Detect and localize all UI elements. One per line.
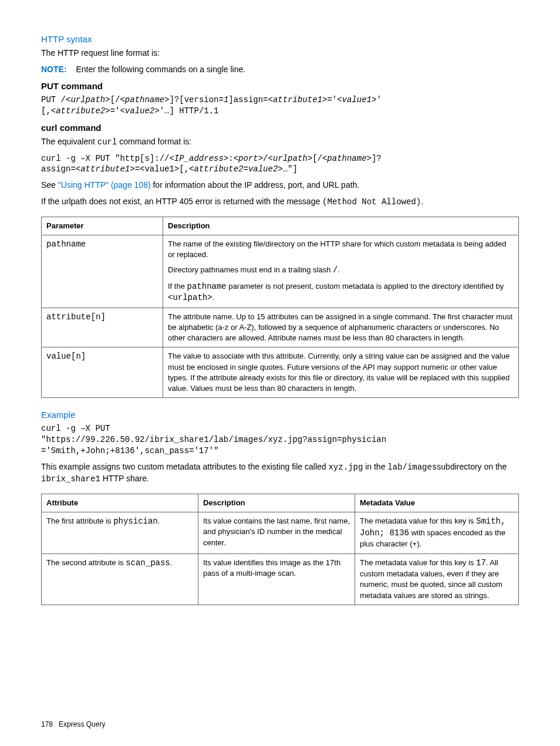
cell-param: attribute[n] [42,308,163,347]
example-description: This example assigns two custom metadata… [41,461,519,485]
th-metadata-value: Metadata Value [355,494,519,512]
table-row: The second attribute is scan_pass. Its v… [42,553,519,605]
put-command-heading: PUT command [41,80,519,92]
cell-attr: The first attribute is physician. [42,512,198,553]
table-header-row: Attribute Description Metadata Value [42,494,519,512]
see-using-http: See "Using HTTP" (page 108) for informat… [41,180,519,191]
cell-desc: The attribute name. Up to 15 attributes … [163,308,519,347]
table-row: pathname The name of the existing file/d… [42,235,519,308]
urlpath-error-text: If the urlpath does not exist, an HTTP 4… [41,196,519,208]
cell-desc: The value to associate with this attribu… [163,347,519,398]
table-row: The first attribute is physician. Its va… [42,512,519,553]
note-text: Enter the following commands on a single… [76,65,245,74]
cell-desc: The name of the existing file/directory … [163,235,519,308]
example-heading: Example [41,409,519,421]
curl-command-heading: curl command [41,121,519,134]
curl-intro: The equivalent curl command format is: [41,136,519,148]
using-http-link[interactable]: "Using HTTP" (page 108) [58,180,151,190]
cell-meta: The metadata value for this key is Smith… [355,512,519,553]
cell-meta: The metadata value for this key is 17. A… [355,553,519,605]
cell-desc: Its value identifies this image as the 1… [198,553,355,605]
cell-param: value[n] [42,347,163,398]
http-syntax-intro: The HTTP request line format is: [41,48,519,59]
cell-param: pathname [42,235,163,308]
th-parameter: Parameter [42,217,163,235]
th-attribute: Attribute [42,494,198,512]
table-row: value[n] The value to associate with thi… [42,347,519,398]
note-row: NOTE: Enter the following commands on a … [41,64,519,76]
http-syntax-heading: HTTP syntax [41,33,519,45]
note-label: NOTE: [41,65,67,74]
table-header-row: Parameter Description [42,217,519,235]
parameter-table: Parameter Description pathname The name … [41,217,519,399]
th-description: Description [198,494,355,512]
th-description: Description [163,217,519,235]
put-command-code: PUT /<urlpath>[/<pathname>]?[version=1]a… [41,94,519,117]
example-code: curl -g –X PUT "https://99.226.50.92/ibr… [41,423,519,457]
cell-desc: Its value contains the last name, first … [198,512,355,553]
attribute-table: Attribute Description Metadata Value The… [41,494,519,605]
table-row: attribute[n] The attribute name. Up to 1… [42,308,519,347]
curl-command-code: curl -g –X PUT "http[s]://<IP_address>:<… [41,153,519,175]
cell-attr: The second attribute is scan_pass. [42,553,198,605]
